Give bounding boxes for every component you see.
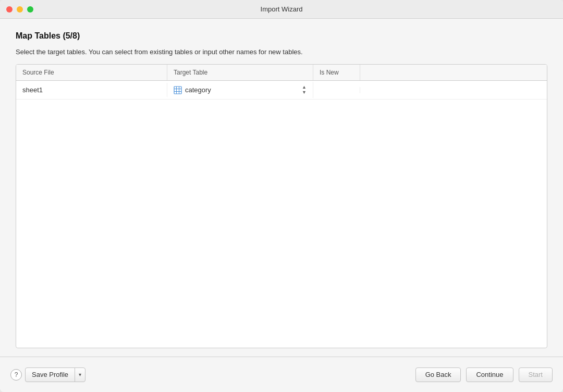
window-title: Import Wizard [261, 5, 303, 13]
maximize-button[interactable] [27, 6, 33, 13]
extra-cell [360, 87, 547, 93]
target-table-cell[interactable]: category ▲ ▼ [167, 82, 313, 98]
page-description: Select the target tables. You can select… [16, 48, 547, 56]
svg-rect-0 [174, 87, 181, 94]
col-target-table: Target Table [167, 65, 313, 80]
help-button[interactable]: ? [10, 369, 22, 381]
target-table-value: category [185, 86, 299, 94]
footer: ? Save Profile ▾ Go Back Continue Start [0, 357, 563, 392]
start-button[interactable]: Start [519, 368, 553, 382]
is-new-cell [313, 87, 360, 93]
table-body: sheet1 category ▲ [16, 81, 547, 348]
footer-right: Go Back Continue Start [415, 368, 553, 382]
col-is-new: Is New [313, 65, 360, 80]
table-row: sheet1 category ▲ [16, 81, 547, 100]
close-button[interactable] [6, 6, 13, 13]
save-profile-label: Save Profile [26, 368, 75, 382]
table-header: Source File Target Table Is New [16, 65, 547, 81]
save-profile-button[interactable]: Save Profile ▾ [25, 368, 85, 382]
titlebar: Import Wizard [0, 0, 563, 19]
main-content: Map Tables (5/8) Select the target table… [0, 19, 563, 348]
col-extra [360, 65, 547, 80]
minimize-button[interactable] [17, 6, 23, 13]
source-file-value: sheet1 [22, 86, 43, 94]
window-controls [6, 6, 33, 13]
map-tables-container: Source File Target Table Is New sheet1 [16, 64, 547, 348]
target-table-stepper[interactable]: ▲ ▼ [302, 85, 307, 95]
col-source-file: Source File [16, 65, 167, 80]
save-profile-dropdown-arrow[interactable]: ▾ [75, 368, 85, 382]
continue-button[interactable]: Continue [466, 368, 513, 382]
table-icon [174, 86, 182, 94]
go-back-button[interactable]: Go Back [415, 368, 461, 382]
page-heading: Map Tables (5/8) [16, 31, 547, 41]
source-file-cell: sheet1 [16, 83, 167, 97]
footer-left: ? Save Profile ▾ [10, 368, 85, 382]
window: Import Wizard Map Tables (5/8) Select th… [0, 0, 563, 392]
